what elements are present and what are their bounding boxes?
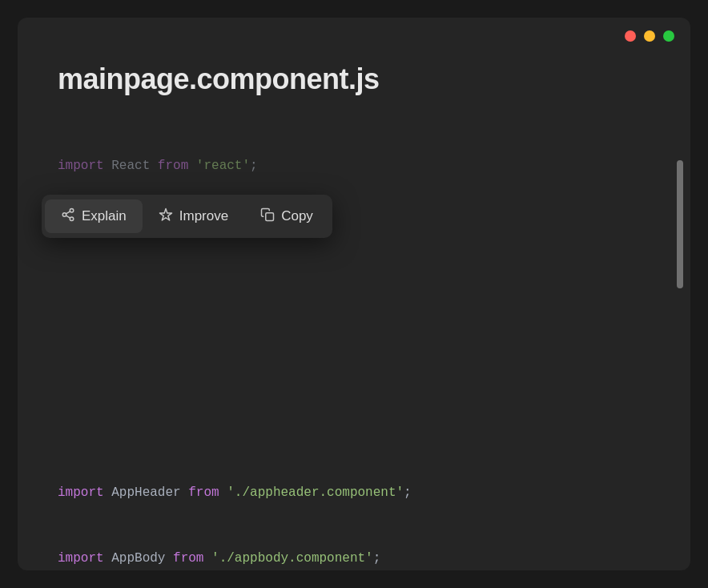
code-area: import React from 'react'; import AppHea… (18, 112, 690, 570)
improve-label: Improve (179, 208, 228, 224)
svg-line-4 (66, 211, 70, 214)
share-icon (61, 207, 75, 225)
content-area: mainpage.component.js import React from … (18, 54, 690, 570)
file-title: mainpage.component.js (18, 54, 690, 112)
traffic-lights (625, 30, 674, 42)
svg-line-3 (66, 215, 70, 218)
code-line (58, 287, 630, 308)
improve-button[interactable]: Improve (143, 199, 244, 233)
explain-label: Explain (82, 208, 127, 224)
scrollbar-track (674, 112, 686, 570)
svg-rect-5 (266, 213, 274, 221)
code-line: import AppHeader from './appheader.compo… (58, 482, 630, 504)
app-window: mainpage.component.js import React from … (18, 18, 690, 570)
titlebar (18, 18, 690, 54)
code-line: import AppBody from './appbody.component… (58, 548, 630, 570)
minimize-button[interactable] (644, 30, 655, 42)
maximize-button[interactable] (663, 30, 674, 42)
code-line (58, 417, 630, 439)
copy-label: Copy (281, 208, 313, 224)
copy-icon (260, 207, 275, 225)
sparkle-icon (159, 207, 173, 225)
code-scroll[interactable]: import React from 'react'; import AppHea… (18, 112, 670, 570)
code-line: import React from 'react'; (58, 155, 630, 177)
scrollbar-thumb[interactable] (677, 160, 683, 288)
copy-button[interactable]: Copy (244, 199, 329, 233)
code-block: import React from 'react'; import AppHea… (58, 112, 630, 570)
explain-button[interactable]: Explain (45, 199, 143, 233)
context-menu: Explain Improve Copy (42, 195, 332, 238)
close-button[interactable] (625, 30, 636, 42)
code-line (58, 352, 630, 373)
